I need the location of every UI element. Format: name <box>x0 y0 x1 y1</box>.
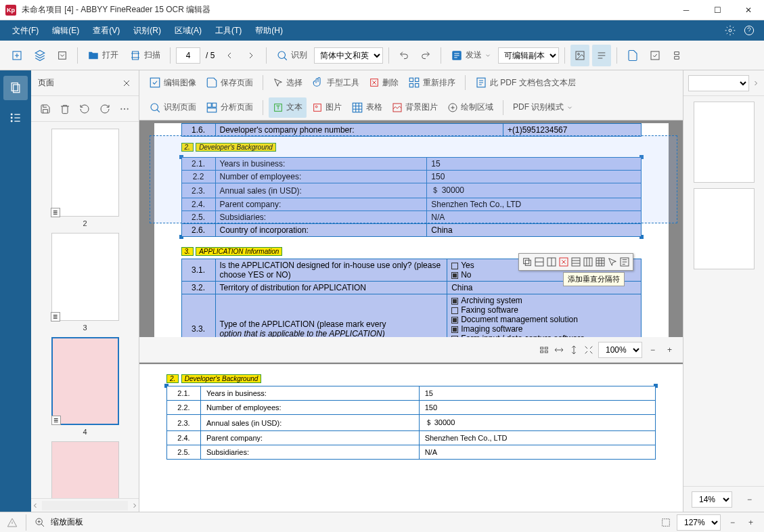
edit-image-button[interactable]: 编辑图像 <box>145 72 200 93</box>
sidetab-pages[interactable] <box>3 76 28 100</box>
close-pages-icon[interactable] <box>121 78 132 89</box>
zoom-icon[interactable] <box>35 517 45 528</box>
next-page-button[interactable] <box>242 45 261 66</box>
right-thumb-2[interactable] <box>694 188 755 269</box>
save-page-button[interactable]: 保存页面 <box>202 72 257 93</box>
bottom-table[interactable]: 2.1.Years in business:15 2.2.Number of e… <box>166 386 656 460</box>
selection-region[interactable] <box>150 135 677 223</box>
tooltip: 添加垂直分隔符 <box>563 272 625 286</box>
merge-icon[interactable] <box>570 257 581 267</box>
copy-icon[interactable] <box>522 257 533 267</box>
right-zoom-select[interactable]: 14% <box>692 491 732 508</box>
recog-mode-button[interactable]: PDF 识别模式 <box>509 97 577 118</box>
new-button[interactable] <box>7 45 27 66</box>
warning-icon[interactable] <box>7 517 18 528</box>
del-split-icon[interactable] <box>558 257 569 267</box>
undo-button[interactable] <box>395 45 413 66</box>
dropdown-button[interactable] <box>53 45 72 66</box>
open-button[interactable]: 打开 <box>83 45 122 66</box>
editor-canvas[interactable]: 添加垂直分隔符 1.6.Developer's company phone nu… <box>139 120 683 337</box>
delete-area-button[interactable]: 删除 <box>365 72 403 93</box>
menu-view[interactable]: 查看(V) <box>86 20 127 41</box>
menu-recognize[interactable]: 识别(R) <box>127 20 168 41</box>
fit-icon[interactable] <box>539 345 549 355</box>
grid-toggle-icon[interactable] <box>660 517 671 528</box>
view-image-button[interactable] <box>570 45 589 66</box>
scan-button[interactable]: 扫描 <box>125 45 164 66</box>
menu-tool[interactable]: 工具(T) <box>208 20 248 41</box>
analyze-page-button[interactable]: 分析页面 <box>202 97 257 118</box>
save-icon[interactable] <box>40 104 51 114</box>
layout-select[interactable]: 可编辑副本 <box>498 47 559 64</box>
zoom-panel-label[interactable]: 缩放面板 <box>51 516 83 528</box>
recognize-button[interactable]: 识别 <box>272 45 311 66</box>
send-button[interactable]: 发送 <box>447 45 495 66</box>
right-thumb-1[interactable] <box>694 102 755 183</box>
draw-area-button[interactable]: 绘制区域 <box>443 97 497 118</box>
redo-button[interactable] <box>416 45 435 66</box>
thumb-page-2[interactable]: ≡2 <box>49 129 122 227</box>
bottom-canvas[interactable]: 2. Developer's Background 2.1.Years in b… <box>139 364 683 512</box>
right-dropdown[interactable] <box>688 75 749 91</box>
bg-image-button[interactable]: 背景图片 <box>388 97 442 118</box>
thumb-page-4[interactable]: ≡4 <box>49 337 122 436</box>
page-badge-icon: ≡ <box>51 312 60 322</box>
minimize-button[interactable]: ─ <box>671 0 702 20</box>
close-button[interactable]: ✕ <box>733 0 764 20</box>
menu-area[interactable]: 区域(A) <box>168 20 208 41</box>
more-icon[interactable] <box>119 104 130 114</box>
fit-height-icon[interactable] <box>568 345 579 355</box>
page-input[interactable] <box>176 47 200 64</box>
expand-icon[interactable] <box>752 78 760 89</box>
svg-rect-19 <box>409 79 413 82</box>
thumb-page-3[interactable]: ≡3 <box>49 233 122 332</box>
split-h-icon[interactable] <box>534 257 545 267</box>
menu-edit[interactable]: 编辑(E) <box>45 20 86 41</box>
props-icon[interactable] <box>619 257 630 267</box>
select-button[interactable]: 选择 <box>269 72 307 93</box>
export-button[interactable] <box>623 45 643 66</box>
renumber-button[interactable]: 重新排序 <box>404 72 459 93</box>
more-button[interactable] <box>667 45 686 66</box>
status-zoom-out[interactable]: − <box>726 512 739 533</box>
language-select[interactable]: 简体中文和英 <box>314 47 383 64</box>
sidetab-list[interactable] <box>3 106 28 130</box>
thumb-page-5[interactable]: ≡5 <box>49 441 122 498</box>
svg-point-4 <box>278 51 286 59</box>
status-zoom-in[interactable]: + <box>744 512 757 533</box>
merge2-icon[interactable] <box>583 257 593 267</box>
split-v-icon[interactable] <box>546 257 557 267</box>
hand-button[interactable]: 手型工具 <box>308 72 363 93</box>
rotate-right-icon[interactable] <box>99 104 110 114</box>
rotate-left-icon[interactable] <box>79 104 90 114</box>
view-text-button[interactable] <box>592 45 611 66</box>
help-icon[interactable] <box>744 25 755 36</box>
grid-icon[interactable] <box>595 257 606 267</box>
zoom-select[interactable]: 100% <box>598 342 642 358</box>
text-area-button[interactable]: 文本 <box>269 97 307 118</box>
prev-page-button[interactable] <box>220 45 239 66</box>
image-area-button[interactable]: 图片 <box>308 97 346 118</box>
zoom-toolbar: 100% − + <box>139 337 683 363</box>
delete-icon[interactable] <box>60 104 70 114</box>
zoom-in-button[interactable]: + <box>663 339 676 361</box>
svg-rect-29 <box>314 104 321 111</box>
maximize-button[interactable]: ☐ <box>702 0 733 20</box>
status-zoom-select[interactable]: 127% <box>677 514 721 531</box>
right-zoom-out[interactable]: − <box>743 489 756 510</box>
svg-rect-41 <box>596 258 604 266</box>
fit-width-icon[interactable] <box>554 345 564 355</box>
svg-point-30 <box>315 106 317 108</box>
gear-icon[interactable] <box>725 25 736 36</box>
pointer-icon[interactable] <box>607 257 618 267</box>
menu-file[interactable]: 文件(F) <box>5 20 45 41</box>
svg-rect-20 <box>415 79 419 82</box>
check-button[interactable] <box>646 45 665 66</box>
recognize-page-button[interactable]: 识别页面 <box>145 97 200 118</box>
svg-rect-48 <box>662 518 670 526</box>
table-area-button[interactable]: 表格 <box>347 97 386 118</box>
fit-page-icon[interactable] <box>583 345 594 355</box>
add-layer-button[interactable] <box>30 45 50 66</box>
menu-help[interactable]: 帮助(H) <box>248 20 290 41</box>
zoom-out-button[interactable]: − <box>646 339 659 361</box>
